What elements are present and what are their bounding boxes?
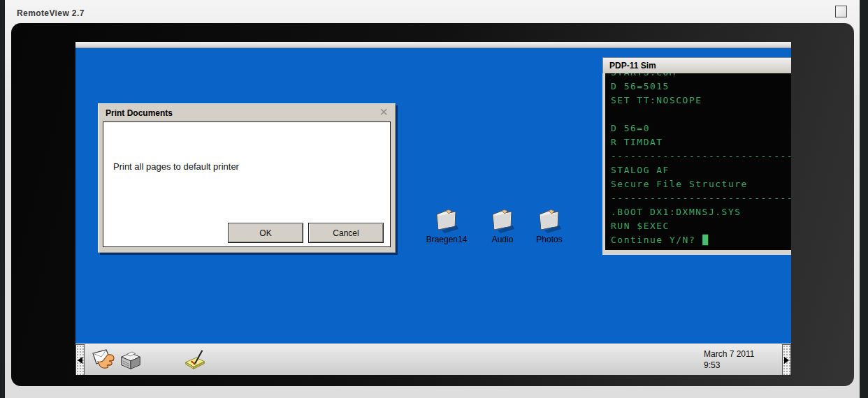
folder-label: Photos — [520, 235, 579, 244]
terminal-cursor: █ — [702, 235, 709, 245]
cancel-button[interactable]: Cancel — [308, 223, 384, 243]
pdp11-sim-title: PDP-11 Sim — [609, 61, 656, 71]
arrow-right-icon — [784, 357, 789, 364]
ok-button[interactable]: OK — [228, 223, 303, 243]
pdp11-sim-titlebar[interactable]: PDP-11 Sim — [602, 57, 791, 73]
pdp11-sim-window: PDP-11 Sim STARTS.COM D 56=5015 SET TT:N… — [602, 57, 791, 255]
remoteview-title: RemoteView 2.7 — [17, 8, 85, 18]
print-dialog: Print Documents × Print all pages to def… — [98, 103, 396, 253]
folder-icon — [417, 208, 476, 235]
terminal-output: STARTS.COM D 56=5015 SET TT:NOSCOPE D 56… — [611, 73, 791, 247]
taskbar-clock: March 7 2011 9:53 — [704, 348, 755, 371]
pdp11-window-border — [602, 250, 791, 255]
folder-label: Braegen14 — [417, 235, 476, 244]
printer-icon[interactable] — [117, 346, 144, 373]
terminal-prompt: Continue Y/N? — [611, 235, 695, 245]
print-dialog-title: Print Documents — [106, 108, 173, 118]
taskbar-scroll-left[interactable] — [75, 344, 85, 375]
desktop-top-strip — [75, 42, 791, 48]
print-dialog-titlebar[interactable]: Print Documents — [99, 104, 395, 121]
maximize-icon[interactable] — [835, 6, 847, 17]
print-dialog-body: Print all pages to default printer OK Ca… — [103, 121, 391, 247]
terminal-line: ----------------------------------------… — [611, 149, 791, 163]
terminal-line: ----------------------------------------… — [611, 191, 791, 205]
terminal-line: D 56=0 — [611, 121, 791, 135]
folder-icon — [520, 208, 579, 235]
arrow-left-icon — [78, 357, 82, 364]
terminal-screen: STARTS.COM D 56=5015 SET TT:NOSCOPE D 56… — [602, 73, 791, 250]
notes-pen-icon[interactable] — [182, 346, 208, 373]
terminal-line: STARTS.COM — [611, 73, 791, 80]
remote-desktop: Print Documents × Print all pages to def… — [75, 42, 791, 375]
terminal-line: Secure File Structure — [611, 177, 791, 191]
taskbar-scroll-right[interactable] — [782, 344, 791, 375]
terminal-line: D 56=5015 — [611, 80, 791, 94]
terminal-line: SET TT:NOSCOPE — [611, 94, 791, 108]
screenshot-root: RemoteView 2.7 Print Documents × Print a… — [0, 0, 868, 398]
terminal-prompt-line: Continue Y/N?█ — [611, 233, 791, 247]
close-icon[interactable]: × — [377, 105, 391, 119]
taskbar-date: March 7 2011 — [704, 348, 755, 360]
print-dialog-message: Print all pages to default printer — [113, 161, 239, 172]
taskbar: March 7 2011 9:53 — [75, 344, 791, 375]
mail-hand-icon[interactable] — [91, 346, 117, 373]
terminal-line: R TIMDAT — [611, 135, 791, 149]
desktop-folder-photos[interactable]: Photos — [520, 208, 579, 244]
desktop-folder-braegen14[interactable]: Braegen14 — [417, 208, 476, 244]
terminal-line: RUN $EXEC — [611, 219, 791, 233]
taskbar-time: 9:53 — [704, 360, 755, 371]
terminal-line: .BOOT DX1:DXMNSJ.SYS — [611, 205, 791, 219]
terminal-line — [611, 108, 791, 121]
terminal-line: STALOG AF — [611, 163, 791, 177]
